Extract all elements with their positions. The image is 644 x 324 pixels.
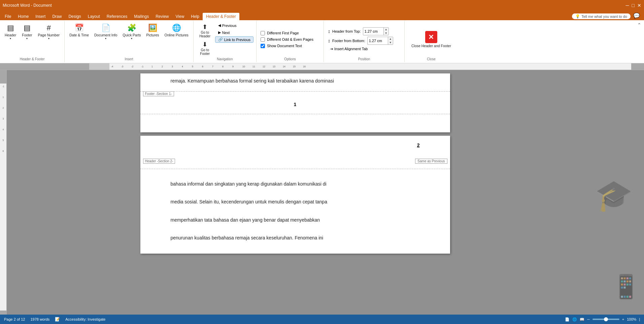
status-bar: Page 2 of 12 1978 words 📝 Accessibility:… [0, 315, 644, 324]
page2-line4: penurunan kualitas berbahasa remaja seca… [171, 233, 420, 242]
footer-section-1[interactable]: Footer -Section 1- 1 [140, 89, 450, 132]
graduation-decoration: 🎓 [595, 178, 633, 213]
header-icon: ▤ [7, 24, 14, 32]
tab-insert[interactable]: Insert [32, 13, 49, 20]
show-document-text-checkbox[interactable] [261, 44, 265, 48]
header-top-input[interactable] [363, 29, 383, 34]
tab-file[interactable]: File [1, 13, 14, 20]
page-info: Page 2 of 12 [4, 317, 25, 321]
close-header-footer-button[interactable]: ✕ Close Header and Footer [409, 30, 454, 49]
view-print-icon[interactable]: 📄 [565, 317, 570, 322]
zoom-slider[interactable] [592, 319, 619, 320]
footer-bottom-spinner[interactable]: ▲ ▼ [367, 37, 393, 45]
zoom-out-icon[interactable]: ─ [587, 317, 590, 321]
tab-view[interactable]: View [172, 13, 188, 20]
chat-icon[interactable]: 💬 [631, 11, 643, 20]
right-decoration-panel: 🎓 📱 [583, 70, 644, 321]
alignment-tab-icon: ⇥ [330, 47, 333, 51]
zoom-level: 100% [627, 317, 636, 321]
options-group-label: Options [261, 57, 319, 61]
tab-references[interactable]: References [103, 13, 131, 20]
document-info-icon: 📄 [101, 24, 110, 32]
link-to-previous-button[interactable]: 🔗 Link to Previous [215, 36, 253, 43]
different-odd-even-checkbox[interactable] [261, 37, 265, 42]
next-icon: ▶ [218, 30, 221, 35]
tab-header-footer[interactable]: Header & Footer [203, 13, 239, 20]
page2-body: bahasa informal dan singkatan yang kerap… [140, 176, 450, 246]
footer-section-1-label: Footer -Section 1- [143, 91, 174, 96]
document-info-button[interactable]: 📄 Document Info ▾ [92, 22, 119, 41]
footer-from-bottom-row: ↕ Footer from Bottom: ▲ ▼ [328, 37, 400, 45]
navigation-group-label: Navigation [196, 57, 253, 61]
doc-info-dropdown-icon: ▾ [105, 37, 106, 40]
footer-bottom-up-arrow[interactable]: ▲ [388, 37, 393, 41]
ribbon-group-insert: 📅 Date & Time 📄 Document Info ▾ 🧩 Quick … [65, 21, 193, 62]
cursor-position: | [639, 318, 640, 321]
insert-group-label: Insert [67, 57, 190, 61]
page-number-dropdown-icon: ▾ [48, 37, 49, 40]
maximize-icon[interactable]: □ [632, 3, 635, 8]
view-read-icon[interactable]: 📖 [580, 317, 584, 322]
online-pictures-button[interactable]: 🌐 Online Pictures [163, 22, 191, 38]
minimize-icon[interactable]: ─ [626, 3, 629, 8]
header-top-icon: ↕ [328, 29, 330, 34]
close-group-label: Close [427, 57, 436, 61]
header-button[interactable]: ▤ Header ▾ [3, 22, 18, 41]
tab-home[interactable]: Home [14, 13, 32, 20]
header-top-up-arrow[interactable]: ▲ [384, 28, 388, 31]
go-to-footer-button[interactable]: ⬇ Go to Footer [196, 40, 214, 57]
close-icon[interactable]: ✕ [637, 3, 641, 8]
status-right: 📄 🌐 📖 ─ + 100% | [565, 317, 640, 322]
header-section-2-label: Header -Section 2- [143, 159, 175, 164]
quick-parts-button[interactable]: 🧩 Quick Parts ▾ [121, 22, 143, 41]
page-number-button[interactable]: # Page Number ▾ [36, 22, 62, 41]
view-web-icon[interactable]: 🌐 [572, 317, 577, 322]
ribbon-group-position: ↕ Header from Top: ▲ ▼ ↕ Footer from Bot… [324, 21, 405, 62]
footer-bottom-down-arrow[interactable]: ▼ [388, 41, 393, 44]
header-dropdown-icon: ▾ [10, 37, 11, 40]
go-to-header-button[interactable]: ⬆ Go to Header [196, 22, 214, 39]
footer-button[interactable]: ▤ Footer ▾ [20, 22, 34, 41]
tab-layout[interactable]: Layout [84, 13, 103, 20]
ribbon-group-navigation: ⬆ Go to Header ⬇ Go to Footer ◀ Previous… [194, 21, 257, 62]
ruler: -4 -3 -2 -1 1 2 3 4 5 6 7 8 9 10 11 12 1… [0, 63, 644, 70]
ribbon-items-hf: ▤ Header ▾ ▤ Footer ▾ # Page Number ▾ [3, 22, 62, 57]
header-top-spinner[interactable]: ▲ ▼ [363, 27, 389, 35]
header-section-2[interactable]: Header -Section 2- Same as Previous [140, 156, 450, 176]
tab-review[interactable]: Review [152, 13, 172, 20]
tab-design[interactable]: Design [65, 13, 84, 20]
page2-line2: media sosial. Selain itu, kecenderungan … [171, 197, 420, 206]
tab-help[interactable]: Help [188, 13, 203, 20]
page-1: remaja. Kemampuan berbahasa formal serin… [140, 73, 450, 132]
tab-mailings[interactable]: Mailings [131, 13, 152, 20]
different-first-page-checkbox[interactable] [261, 31, 265, 35]
zoom-in-icon[interactable]: + [622, 317, 624, 321]
pictures-button[interactable]: 🖼️ Pictures [144, 22, 161, 38]
different-odd-even-option[interactable]: Different Odd & Even Pages [261, 37, 319, 42]
ribbon-group-close: ✕ Close Header and Footer Close [405, 21, 458, 62]
different-first-page-option[interactable]: Different First Page [261, 31, 319, 35]
ribbon-group-header-footer: ▤ Header ▾ ▤ Footer ▾ # Page Number ▾ He… [0, 21, 65, 62]
close-x-icon: ✕ [425, 31, 437, 43]
quick-parts-dropdown-icon: ▾ [131, 37, 132, 40]
position-group-label: Position [328, 57, 400, 61]
page2-line1: bahasa informal dan singkatan yang kerap… [171, 180, 420, 189]
page-number-icon: # [47, 24, 51, 32]
header-top-down-arrow[interactable]: ▼ [384, 31, 388, 35]
footer-bottom-input[interactable] [368, 38, 388, 43]
page2-number: 2 [417, 142, 420, 148]
page2-line3: memperhatikan tata bahasa dan ejaan yang… [171, 216, 420, 225]
ribbon-collapse-button[interactable]: ⌃ [635, 21, 644, 29]
show-document-text-option[interactable]: Show Document Text [261, 44, 319, 48]
tab-draw[interactable]: Draw [49, 13, 65, 20]
next-button[interactable]: ▶ Next [215, 29, 253, 36]
accessibility-info[interactable]: Accessibility: Investigate [65, 317, 105, 321]
go-footer-icon: ⬇ [202, 41, 207, 48]
footer-dropdown-icon: ▾ [26, 37, 28, 40]
date-time-button[interactable]: 📅 Date & Time [67, 22, 91, 38]
insert-alignment-tab-button[interactable]: ⇥ Insert Alignment Tab [328, 46, 400, 52]
track-changes-icon: 📝 [55, 317, 60, 322]
previous-button[interactable]: ◀ Previous [215, 22, 253, 29]
date-time-icon: 📅 [75, 24, 84, 32]
tell-me-box[interactable]: 💡 Tell me what you want to do [572, 13, 631, 19]
